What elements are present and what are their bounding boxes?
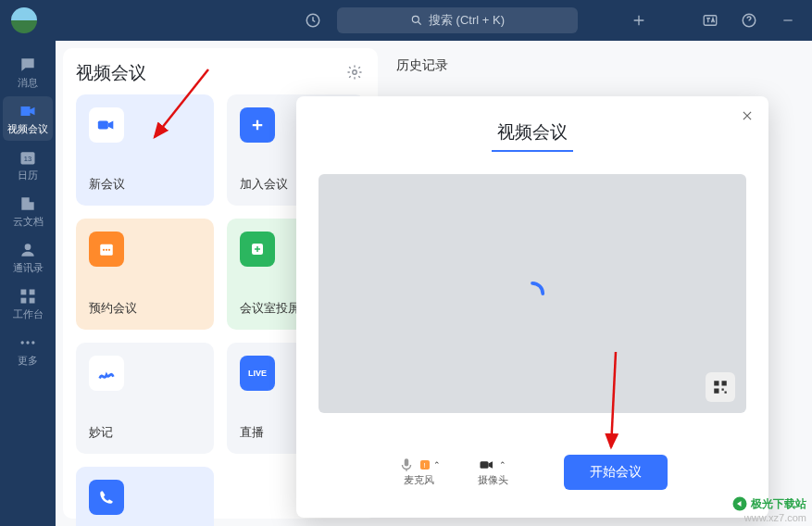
card-label: 妙记 — [89, 424, 201, 441]
svg-point-14 — [353, 70, 357, 75]
nav-label: 视频会议 — [7, 122, 48, 136]
camera-toggle[interactable]: ⌃ 摄像头 — [478, 457, 508, 487]
card-schedule-meeting[interactable]: 预约会议 — [76, 219, 214, 330]
nav-label: 工作台 — [13, 307, 44, 321]
camera-label: 摄像头 — [478, 473, 508, 487]
nav-label: 日历 — [18, 169, 38, 182]
nav-contacts[interactable]: 通讯录 — [3, 235, 53, 280]
svg-point-18 — [106, 249, 107, 251]
start-meeting-dialog: 视频会议 ! ⌃ 麦克风 ⌃ 摄像头 开始会议 — [296, 96, 768, 518]
nav-video-meeting[interactable]: 视频会议 — [3, 96, 53, 141]
watermark: 极光下载站 www.xz7.com — [731, 495, 806, 523]
svg-rect-15 — [98, 120, 108, 129]
card-phone[interactable] — [76, 467, 214, 526]
history-title: 历史记录 — [396, 57, 793, 74]
notes-icon — [89, 356, 124, 391]
card-new-meeting[interactable]: 新会议 — [76, 94, 214, 206]
svg-point-1 — [412, 16, 418, 22]
svg-point-19 — [108, 249, 110, 251]
nav-label: 更多 — [18, 354, 38, 368]
camera-icon — [479, 457, 495, 473]
svg-rect-23 — [714, 389, 718, 394]
nav-more[interactable]: 更多 — [3, 328, 53, 372]
svg-rect-25 — [725, 392, 727, 394]
loading-spinner-icon — [518, 280, 546, 307]
plus-square-icon — [240, 107, 275, 143]
contacts-icon — [19, 241, 37, 259]
more-icon — [19, 333, 37, 352]
search-placeholder: 搜索 (Ctrl + K) — [429, 12, 505, 29]
calendar-schedule-icon — [89, 232, 124, 267]
close-icon[interactable] — [739, 107, 756, 124]
svg-point-12 — [26, 341, 29, 344]
nav-messages[interactable]: 消息 — [3, 50, 53, 94]
doc-icon — [19, 194, 37, 213]
calendar-icon: 13 — [19, 148, 37, 167]
nav-label: 通讯录 — [13, 261, 44, 275]
search-icon — [410, 14, 423, 27]
dialog-title: 视频会议 — [492, 120, 573, 152]
translate-icon[interactable] — [697, 7, 723, 33]
qr-icon[interactable] — [706, 372, 735, 402]
minimize-icon[interactable] — [775, 7, 801, 33]
svg-point-6 — [25, 244, 31, 250]
video-camera-icon — [89, 107, 124, 143]
cast-icon — [240, 232, 275, 267]
svg-rect-8 — [30, 289, 35, 294]
card-notes[interactable]: 妙记 — [76, 343, 214, 454]
card-label: 预约会议 — [89, 300, 201, 317]
svg-rect-27 — [481, 461, 489, 469]
nav-workspace[interactable]: 工作台 — [3, 282, 53, 326]
phone-icon — [89, 480, 124, 515]
svg-rect-24 — [722, 389, 724, 391]
card-label: 新会议 — [89, 176, 201, 193]
watermark-name: 极光下载站 — [751, 496, 806, 512]
start-meeting-button[interactable]: 开始会议 — [564, 455, 668, 490]
avatar[interactable] — [11, 7, 37, 33]
camera-preview — [319, 174, 746, 413]
nav-label: 云文档 — [13, 215, 44, 229]
svg-rect-10 — [30, 297, 35, 303]
help-icon[interactable] — [736, 7, 762, 33]
svg-point-17 — [103, 249, 105, 251]
history-icon[interactable] — [300, 7, 326, 33]
chevron-up-icon[interactable]: ⌃ — [433, 460, 441, 470]
svg-rect-26 — [404, 458, 408, 466]
microphone-toggle[interactable]: ! ⌃ 麦克风 — [398, 457, 441, 487]
nav-label: 消息 — [18, 76, 38, 90]
video-icon — [19, 102, 37, 120]
mic-icon — [398, 457, 415, 473]
svg-point-11 — [21, 341, 24, 344]
svg-rect-7 — [21, 289, 27, 294]
apps-icon — [19, 287, 37, 306]
chevron-up-icon[interactable]: ⌃ — [499, 460, 506, 470]
live-icon: LIVE — [240, 356, 275, 391]
svg-rect-21 — [714, 381, 718, 385]
plus-icon[interactable] — [626, 7, 652, 33]
chat-icon — [19, 56, 37, 74]
svg-text:13: 13 — [24, 155, 31, 163]
search-input[interactable]: 搜索 (Ctrl + K) — [337, 7, 578, 33]
nav-calendar[interactable]: 13 日历 — [3, 143, 53, 187]
watermark-url: www.xz7.com — [744, 512, 806, 523]
gear-icon[interactable] — [346, 64, 365, 82]
warning-badge-icon: ! — [420, 460, 430, 470]
nav-docs[interactable]: 云文档 — [3, 189, 53, 233]
svg-rect-22 — [722, 381, 727, 385]
svg-rect-9 — [21, 297, 27, 303]
svg-rect-2 — [704, 16, 717, 26]
svg-point-13 — [31, 341, 34, 344]
page-title: 视频会议 — [76, 61, 146, 85]
logo-icon — [731, 495, 748, 512]
mic-label: 麦克风 — [404, 473, 434, 487]
